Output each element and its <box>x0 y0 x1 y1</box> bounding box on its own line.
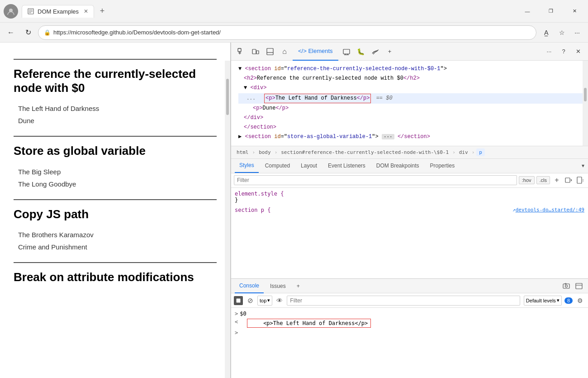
console-highlighted-output: <p>The Left Hand of Darkness</p> <box>247 319 371 328</box>
favorites-button[interactable]: ☆ <box>555 25 569 40</box>
content-area: Reference the currently-selected node wi… <box>0 43 588 378</box>
console-badge: 8 <box>564 297 573 304</box>
style-rule-section-p: section p { devtools-do…started/:49 ↗ <box>235 207 584 213</box>
dom-line[interactable]: <p>Dune</p> <box>253 104 584 113</box>
device-toolbar-btn[interactable] <box>249 45 262 58</box>
home-btn[interactable]: ⌂ <box>278 45 291 58</box>
eye-btn[interactable]: 👁 <box>274 295 285 306</box>
screenshot-btn[interactable] <box>561 281 572 292</box>
cls-button[interactable]: .cls <box>536 176 550 184</box>
list-item: Crime and Punishment <box>18 241 212 253</box>
console-tabs: Console Issues + <box>231 279 588 293</box>
page-content: Reference the currently-selected node wi… <box>0 43 231 378</box>
styles-tabs: Styles Computed Layout Event Listeners D… <box>231 159 588 173</box>
more-tabs-btn[interactable]: + <box>384 45 396 58</box>
levels-dropdown-arrow: ▾ <box>557 297 560 303</box>
nav-right-controls: A̲ ☆ ··· <box>539 25 584 40</box>
console-filter-input[interactable] <box>287 296 520 306</box>
close-button[interactable]: ✕ <box>564 4 584 19</box>
styles-filter-input[interactable] <box>234 175 517 185</box>
hov-button[interactable]: :hov <box>519 176 535 184</box>
add-style-btn[interactable]: + <box>552 175 562 185</box>
levels-label: Default levels <box>526 298 556 303</box>
style-rule-element: element.style { } <box>235 191 584 203</box>
title-bar: DOM Examples ✕ + — ❐ ✕ <box>0 0 588 23</box>
read-aloud-button[interactable]: A̲ <box>539 25 554 40</box>
close-devtools-btn[interactable]: ✕ <box>572 45 584 58</box>
dom-line[interactable]: </div> <box>244 113 584 123</box>
console-output-line: < <p>The Left Hand of Darkness</p> <box>235 318 584 329</box>
console-dollar-input: $0 <box>240 311 246 317</box>
properties-tab[interactable]: Properties <box>426 159 460 173</box>
computed-tab[interactable]: Computed <box>261 159 294 173</box>
window-controls: — ❐ ✕ <box>517 4 584 19</box>
console-gear-btn[interactable]: ⚙ <box>574 295 585 306</box>
dropdown-arrow: ▾ <box>267 297 270 303</box>
dom-line[interactable]: <h2>Reference the currently-selected nod… <box>244 74 584 83</box>
address-bar[interactable]: 🔒 https://microsoftedge.github.io/Demos/… <box>38 25 536 40</box>
active-tab[interactable]: DOM Examples ✕ <box>22 5 94 18</box>
svg-rect-12 <box>343 49 350 54</box>
more-button[interactable]: ··· <box>570 25 584 40</box>
breadcrumb-p[interactable]: p <box>476 148 485 156</box>
network-conditions-btn[interactable] <box>369 45 382 58</box>
scrollbar[interactable] <box>225 61 230 378</box>
console-tab[interactable]: Console <box>235 279 264 293</box>
svg-rect-19 <box>577 177 582 183</box>
breadcrumb-div[interactable]: div <box>457 148 470 156</box>
svg-rect-10 <box>267 48 273 55</box>
breadcrumb-section[interactable]: section#reference-the-currently-selected… <box>279 148 450 156</box>
event-listeners-tab[interactable]: Event Listeners <box>323 159 370 173</box>
dom-line[interactable]: ▶ <section id="store-as-global-variable-… <box>238 132 584 142</box>
ellipsis-btn[interactable]: ... <box>247 96 256 101</box>
scroll-thumb[interactable] <box>226 79 229 115</box>
style-source-link[interactable]: devtools-do…started/:49 <box>516 207 584 213</box>
console-expand-line[interactable]: > <box>235 329 584 337</box>
stop-btn[interactable] <box>234 296 243 305</box>
new-style-rule-btn[interactable] <box>564 175 574 185</box>
style-link-arrow: ↗ <box>512 207 516 213</box>
svg-point-23 <box>565 285 568 287</box>
new-tab-button[interactable]: + <box>96 5 109 18</box>
breadcrumb-body[interactable]: body <box>257 148 273 156</box>
inspect-styles-btn[interactable] <box>575 175 585 185</box>
dom-line[interactable]: ▼ <section id="reference-the-currently-s… <box>235 64 584 74</box>
bug-btn[interactable]: 🐛 <box>355 45 367 58</box>
toggle-drawer-btn[interactable] <box>264 45 276 58</box>
dom-scrollbar[interactable] <box>583 61 588 146</box>
add-console-tab-btn[interactable]: + <box>292 279 304 293</box>
inspect-element-btn[interactable] <box>235 45 247 58</box>
dom-tree: ▼ <section id="reference-the-currently-s… <box>231 61 588 146</box>
chevron-down-icon[interactable]: ▾ <box>582 163 584 169</box>
top-select[interactable]: top ▾ <box>257 296 272 306</box>
issues-tab[interactable]: Issues <box>266 279 290 293</box>
layout-tab[interactable]: Layout <box>296 159 322 173</box>
network-btn[interactable] <box>340 45 353 58</box>
back-button[interactable]: ← <box>4 25 18 40</box>
section2-list: The Big Sleep The Long Goodbye <box>14 166 217 190</box>
console-section: Console Issues + <box>231 278 588 378</box>
refresh-button[interactable]: ↻ <box>21 25 35 40</box>
tab-close-btn[interactable]: ✕ <box>84 8 88 14</box>
maximize-button[interactable]: ❐ <box>541 4 561 19</box>
breadcrumb-bar: html › body › section#reference-the-curr… <box>231 146 588 159</box>
list-item: The Big Sleep <box>18 166 212 178</box>
clear-console-btn[interactable]: ⊘ <box>245 295 256 306</box>
elements-tab[interactable]: </> Elements <box>293 43 338 61</box>
breadcrumb-html[interactable]: html <box>235 148 251 156</box>
profile-icon[interactable] <box>4 4 18 19</box>
dom-line[interactable]: ▼ <div> <box>244 83 584 93</box>
styles-tab[interactable]: Styles <box>235 159 259 173</box>
dom-breakpoints-tab[interactable]: DOM Breakpoints <box>372 159 424 173</box>
default-levels-select[interactable]: Default levels ▾ <box>524 296 562 306</box>
console-settings-btn2[interactable] <box>574 281 584 292</box>
dom-line[interactable]: </section> <box>244 123 584 132</box>
dom-line-selected[interactable]: ... <p>The Left Hand of Darkness</p> == … <box>238 93 584 104</box>
help-btn[interactable]: ? <box>557 45 570 58</box>
dom-scroll-thumb[interactable] <box>584 88 587 101</box>
console-input-line: > $0 <box>235 310 584 318</box>
more-tools-btn[interactable]: ··· <box>543 45 555 58</box>
divider2 <box>14 136 217 137</box>
list-item: Dune <box>18 115 212 127</box>
minimize-button[interactable]: — <box>517 4 537 19</box>
